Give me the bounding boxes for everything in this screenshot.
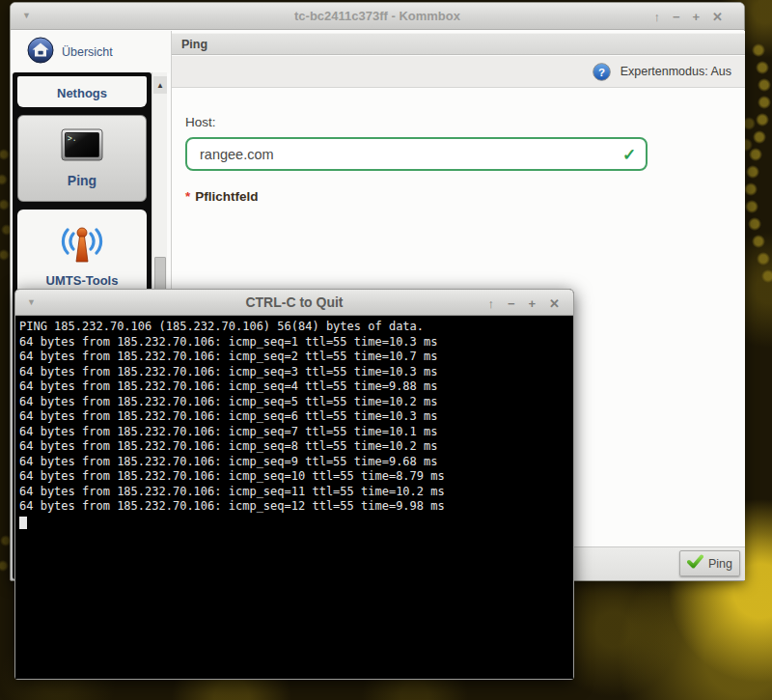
expert-mode-label: Expertenmodus: Aus [620, 65, 731, 78]
terminal-line: 64 bytes from 185.232.70.106: icmp_seq=9… [19, 455, 573, 470]
sidebar-item-nethogs[interactable]: Nethogs [17, 76, 147, 107]
minimize-button[interactable]: − [508, 297, 515, 310]
terminal-icon: >. [61, 128, 103, 165]
window-menu-icon[interactable]: ▼ [22, 11, 31, 20]
terminal-line: 64 bytes from 185.232.70.106: icmp_seq=1… [19, 335, 573, 350]
maximize-button[interactable]: + [693, 11, 701, 23]
terminal-line: 64 bytes from 185.232.70.106: icmp_seq=8… [19, 439, 573, 455]
nethogs-label: Nethogs [57, 86, 107, 100]
maximize-button[interactable]: + [529, 297, 537, 310]
terminal-cursor [19, 517, 27, 529]
host-input[interactable] [185, 137, 648, 171]
terminal-line: 64 bytes from 185.232.70.106: icmp_seq=3… [19, 365, 573, 380]
terminal-line: 64 bytes from 185.232.70.106: icmp_seq=2… [19, 350, 573, 365]
host-label: Host: [185, 115, 216, 129]
close-button[interactable]: ✕ [712, 11, 723, 23]
window-title: tc-bc2411c373ff - Kommbox [11, 9, 744, 23]
sidebar-item-umts-tools[interactable]: UMTS-Tools [17, 210, 147, 298]
svg-text:>.: >. [68, 134, 77, 143]
close-button[interactable]: ✕ [549, 297, 560, 310]
tab-ping[interactable]: Ping [172, 33, 745, 55]
antenna-icon [53, 221, 111, 269]
umts-tools-label: UMTS-Tools [46, 273, 119, 288]
terminal-line: 64 bytes from 185.232.70.106: icmp_seq=1… [19, 499, 573, 515]
ping-button-label: Ping [708, 557, 732, 571]
window-menu-icon[interactable]: ▼ [27, 297, 36, 307]
svg-text:?: ? [598, 66, 605, 77]
ping-label: Ping [68, 173, 96, 188]
sidebar-item-overview[interactable]: Übersicht [12, 31, 170, 73]
terminal-line: 64 bytes from 185.232.70.106: icmp_seq=6… [19, 409, 573, 425]
terminal-line: 64 bytes from 185.232.70.106: icmp_seq=1… [19, 485, 573, 500]
required-field-note: *Pflichtfeld [185, 189, 259, 204]
scroll-up-arrow-icon[interactable]: ▲ [153, 76, 167, 94]
terminal-line: 64 bytes from 185.232.70.106: icmp_seq=5… [19, 395, 573, 410]
window-controls: ↑ − + ✕ [653, 3, 723, 30]
check-icon [687, 554, 703, 573]
shade-button[interactable]: ↑ [487, 297, 494, 310]
sidebar-overview-label: Übersicht [62, 45, 113, 59]
minimize-button[interactable]: − [673, 11, 680, 23]
home-icon [27, 37, 54, 68]
kommbox-titlebar[interactable]: ▼ tc-bc2411c373ff - Kommbox ↑ − + ✕ [11, 3, 744, 30]
ping-button[interactable]: Ping [679, 550, 740, 576]
terminal-controls: ↑ − + ✕ [487, 290, 560, 317]
sidebar-item-ping[interactable]: >. Ping [17, 115, 147, 202]
help-icon[interactable]: ? [593, 62, 611, 80]
required-label: Pflichtfeld [195, 189, 258, 204]
desktop: ▼ tc-bc2411c373ff - Kommbox ↑ − + ✕ [0, 0, 772, 700]
terminal-line: 64 bytes from 185.232.70.106: icmp_seq=4… [19, 379, 573, 395]
terminal-line: 64 bytes from 185.232.70.106: icmp_seq=1… [19, 469, 573, 485]
required-asterisk: * [185, 189, 190, 204]
valid-check-icon: ✓ [622, 145, 636, 165]
tab-ping-label: Ping [181, 38, 207, 51]
terminal-output[interactable]: PING 185.232.70.106 (185.232.70.106) 56(… [15, 317, 573, 679]
terminal-line: PING 185.232.70.106 (185.232.70.106) 56(… [19, 320, 573, 335]
shade-button[interactable]: ↑ [653, 11, 660, 23]
terminal-titlebar[interactable]: ▼ CTRL-C to Quit ↑ − + ✕ [15, 290, 573, 316]
terminal-line: 64 bytes from 185.232.70.106: icmp_seq=7… [19, 425, 573, 440]
terminal-window: ▼ CTRL-C to Quit ↑ − + ✕ PING 185.232.70… [14, 289, 574, 680]
expert-mode-row: ? Expertenmodus: Aus [172, 56, 745, 88]
